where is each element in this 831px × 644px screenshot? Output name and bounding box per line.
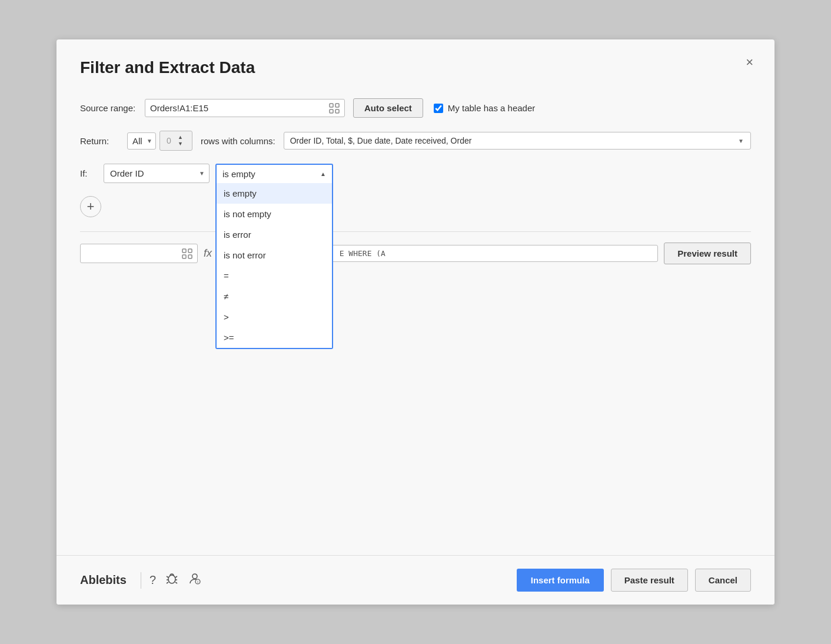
account-button[interactable]: i	[183, 570, 207, 590]
dropdown-item-is-not-empty[interactable]: is not empty	[217, 204, 332, 224]
header-checkbox-wrap: My table has a header	[434, 103, 535, 113]
number-spinner: ▲ ▼	[159, 131, 192, 151]
svg-line-9	[167, 576, 168, 577]
dropdown-item-greater-than[interactable]: >	[217, 307, 332, 327]
return-label: Return:	[80, 136, 127, 146]
spinner-down[interactable]: ▼	[178, 141, 183, 147]
condition-col-wrap: Order ID Total Due date	[104, 164, 210, 183]
grid-icon-formula	[182, 248, 192, 259]
dropdown-item-greater-equal[interactable]: >=	[217, 327, 332, 348]
bug-icon	[165, 572, 178, 585]
dialog-title: Filter and Extract Data	[80, 58, 751, 77]
svg-rect-1	[335, 104, 339, 107]
source-range-input-wrap	[145, 99, 345, 117]
close-button[interactable]: ×	[746, 56, 753, 69]
divider	[80, 231, 751, 232]
svg-rect-3	[335, 109, 339, 113]
svg-line-13	[167, 582, 168, 583]
dropdown-item-is-error[interactable]: is error	[217, 224, 332, 245]
grid-icon	[329, 102, 340, 114]
dropdown-selected-value: is empty	[222, 169, 255, 179]
paste-result-button[interactable]: Paste result	[611, 569, 688, 592]
condition-column-select[interactable]: Order ID Total Due date	[104, 164, 210, 183]
if-row: If: Order ID Total Due date is empty ▲ i…	[80, 164, 751, 183]
help-button[interactable]: ?	[145, 572, 161, 588]
ablebits-logo: Ablebits	[80, 573, 127, 587]
spinner-arrows: ▲ ▼	[178, 134, 183, 147]
bug-report-button[interactable]	[161, 571, 183, 589]
footer-actions: Insert formula Paste result Cancel	[517, 569, 751, 592]
source-range-label: Source range:	[80, 103, 145, 113]
dialog: Filter and Extract Data × Source range: …	[56, 39, 775, 605]
add-condition-wrap: +	[80, 196, 751, 217]
dropdown-item-equals[interactable]: =	[217, 265, 332, 286]
svg-rect-6	[182, 255, 186, 258]
dropdown-item-is-not-error[interactable]: is not error	[217, 245, 332, 265]
spinner-input[interactable]	[160, 136, 178, 145]
svg-line-14	[175, 582, 177, 583]
spinner-up[interactable]: ▲	[178, 134, 183, 141]
svg-rect-0	[330, 104, 333, 107]
columns-select[interactable]: Order ID, Total, $, Due date, Date recei…	[284, 132, 751, 150]
source-range-row: Source range: Auto select My table has a…	[80, 98, 751, 118]
return-row: Return: All ▲ ▼ rows with columns: Order…	[80, 131, 751, 151]
columns-select-wrap: Order ID, Total, $, Due date, Date recei…	[284, 132, 751, 150]
svg-rect-7	[188, 255, 192, 258]
source-range-input[interactable]	[150, 103, 325, 113]
svg-line-10	[175, 576, 177, 577]
svg-rect-2	[330, 109, 333, 113]
preview-result-button[interactable]: Preview result	[664, 243, 751, 264]
cancel-button[interactable]: Cancel	[695, 569, 751, 592]
auto-select-button[interactable]: Auto select	[353, 98, 423, 118]
add-condition-button[interactable]: +	[80, 196, 101, 217]
condition-operator-dropdown: is empty ▲ is empty is not empty is erro…	[215, 164, 333, 183]
return-type-select[interactable]: All	[127, 132, 156, 150]
insert-formula-button[interactable]: Insert formula	[517, 569, 604, 592]
formula-bar: fx :E15,"SELECT A, B, C, D, E WHERE (A P…	[80, 243, 751, 264]
if-label: If:	[80, 168, 104, 178]
svg-point-8	[168, 575, 175, 583]
dropdown-list: is empty is not empty is error is not er…	[215, 183, 333, 349]
user-icon: i	[188, 572, 202, 586]
dropdown-item-not-equals[interactable]: ≠	[217, 286, 332, 307]
dropdown-item-is-empty[interactable]: is empty	[217, 183, 332, 204]
svg-rect-5	[188, 249, 192, 253]
rows-with-columns-label: rows with columns:	[201, 136, 275, 146]
fx-icon: fx	[204, 247, 212, 260]
footer-divider-1	[141, 572, 141, 589]
dropdown-scroll-area[interactable]: is empty is not empty is error is not er…	[217, 183, 332, 348]
all-select-wrap: All	[127, 132, 156, 150]
footer: Ablebits ? i Insert formu	[56, 555, 775, 605]
svg-rect-4	[182, 249, 186, 253]
header-checkbox[interactable]	[434, 104, 443, 113]
svg-point-15	[192, 574, 197, 579]
dropdown-trigger[interactable]: is empty ▲	[215, 164, 333, 183]
chevron-up-icon: ▲	[320, 171, 326, 177]
formula-cell-ref	[80, 244, 198, 263]
header-checkbox-label[interactable]: My table has a header	[448, 103, 535, 113]
